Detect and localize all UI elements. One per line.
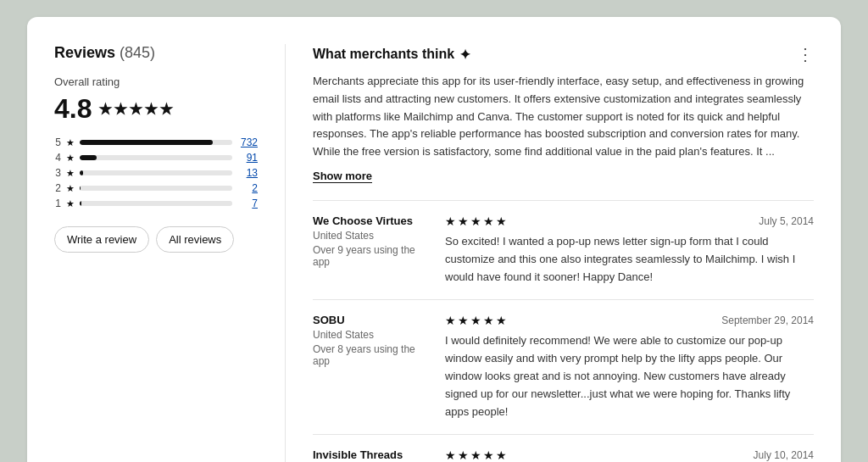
bar-fill-3 bbox=[80, 170, 83, 175]
bar-row-1: 1 ★ 7 bbox=[54, 198, 258, 209]
bar-fill-4 bbox=[80, 155, 97, 160]
star-3: ★ bbox=[129, 100, 142, 119]
reviews-title: Reviews (845) bbox=[54, 44, 258, 62]
bar-star-4: ★ bbox=[66, 153, 75, 164]
bar-count-2[interactable]: 2 bbox=[237, 182, 258, 194]
sparkle-icon: ✦ bbox=[459, 47, 470, 63]
more-options-icon[interactable]: ⋮ bbox=[797, 44, 814, 64]
review-stars-0: ★★★★★ bbox=[445, 214, 507, 228]
reviewer-name-2: Invisible Threads Clothing bbox=[313, 448, 431, 462]
bar-label-3: 3 bbox=[54, 167, 61, 179]
section-header: What merchants think ✦ ⋮ bbox=[313, 44, 814, 64]
bar-label-1: 1 bbox=[54, 198, 61, 209]
reviews-list: We Choose Virtues United States Over 9 y… bbox=[313, 200, 814, 462]
reviewer-info-1: SOBU United States Over 8 years using th… bbox=[313, 314, 431, 420]
bar-star-1: ★ bbox=[66, 198, 75, 209]
review-text-0: So excited! I wanted a pop-up news lette… bbox=[445, 233, 814, 286]
stars-big: ★ ★ ★ ★ ★ bbox=[98, 100, 173, 119]
reviewer-duration-1: Over 8 years using the app bbox=[313, 343, 431, 367]
review-star: ★ bbox=[483, 314, 494, 327]
all-reviews-button[interactable]: All reviews bbox=[156, 226, 234, 253]
reviewer-country-1: United States bbox=[313, 329, 431, 341]
overall-label: Overall rating bbox=[54, 75, 258, 88]
review-star: ★ bbox=[470, 448, 481, 462]
bar-row-3: 3 ★ 13 bbox=[54, 167, 258, 179]
star-4: ★ bbox=[144, 100, 158, 119]
review-date-1: September 29, 2014 bbox=[721, 314, 814, 326]
section-title-text: What merchants think bbox=[313, 47, 454, 62]
rating-big: 4.8 ★ ★ ★ ★ ★ bbox=[54, 93, 258, 125]
reviewer-info-0: We Choose Virtues United States Over 9 y… bbox=[313, 214, 431, 286]
bar-star-2: ★ bbox=[66, 183, 75, 194]
panel-divider bbox=[285, 44, 286, 462]
reviews-card: Reviews (845) Overall rating 4.8 ★ ★ ★ ★… bbox=[27, 17, 841, 462]
star-5: ★ bbox=[159, 100, 173, 119]
star-2: ★ bbox=[114, 100, 127, 119]
review-content-1: ★★★★★ September 29, 2014 I would definit… bbox=[445, 314, 814, 420]
review-header-2: ★★★★★ July 10, 2014 bbox=[445, 448, 814, 462]
review-text-1: I would definitely recommend! We were ab… bbox=[445, 332, 814, 420]
reviewer-name-0: We Choose Virtues bbox=[313, 214, 431, 227]
review-star: ★ bbox=[470, 214, 481, 228]
reviewer-info-2: Invisible Threads Clothing United States… bbox=[313, 448, 431, 462]
review-header-0: ★★★★★ July 5, 2014 bbox=[445, 214, 814, 228]
reviewer-name-1: SOBU bbox=[313, 314, 431, 326]
review-star: ★ bbox=[496, 314, 507, 327]
reviews-count: (845) bbox=[120, 44, 155, 61]
show-more-button[interactable]: Show more bbox=[313, 170, 372, 183]
write-review-button[interactable]: Write a review bbox=[54, 226, 149, 253]
review-star: ★ bbox=[458, 448, 469, 462]
summary-text: Merchants appreciate this app for its us… bbox=[313, 73, 814, 161]
review-star: ★ bbox=[458, 314, 469, 327]
review-date-0: July 5, 2014 bbox=[759, 215, 814, 227]
reviews-label: Reviews bbox=[54, 44, 115, 61]
review-star: ★ bbox=[483, 448, 494, 462]
bar-count-5[interactable]: 732 bbox=[237, 136, 258, 148]
bar-fill-2 bbox=[80, 186, 81, 191]
review-star: ★ bbox=[483, 214, 494, 228]
review-star: ★ bbox=[496, 448, 507, 462]
review-content-2: ★★★★★ July 10, 2014 I just added the app… bbox=[445, 448, 814, 462]
rating-bars: 5 ★ 732 4 ★ 91 3 ★ 13 2 ★ 2 bbox=[54, 136, 258, 209]
review-item-0: We Choose Virtues United States Over 9 y… bbox=[313, 200, 814, 299]
review-star: ★ bbox=[445, 214, 456, 228]
left-panel: Reviews (845) Overall rating 4.8 ★ ★ ★ ★… bbox=[54, 44, 258, 462]
bar-fill-1 bbox=[80, 201, 81, 206]
review-star: ★ bbox=[445, 314, 456, 327]
review-header-1: ★★★★★ September 29, 2014 bbox=[445, 314, 814, 327]
star-1: ★ bbox=[98, 100, 112, 119]
bar-track-5 bbox=[80, 140, 232, 145]
reviewer-duration-0: Over 9 years using the app bbox=[313, 244, 431, 268]
review-item-2: Invisible Threads Clothing United States… bbox=[313, 434, 814, 462]
bar-track-1 bbox=[80, 201, 232, 206]
bar-row-4: 4 ★ 91 bbox=[54, 152, 258, 164]
bar-count-1[interactable]: 7 bbox=[237, 198, 258, 209]
action-buttons: Write a review All reviews bbox=[54, 226, 258, 253]
bar-label-2: 2 bbox=[54, 182, 61, 194]
bar-fill-5 bbox=[80, 140, 213, 145]
bar-star-3: ★ bbox=[66, 168, 75, 179]
review-date-2: July 10, 2014 bbox=[754, 449, 814, 461]
review-star: ★ bbox=[496, 214, 507, 228]
review-item-1: SOBU United States Over 8 years using th… bbox=[313, 299, 814, 434]
bar-row-5: 5 ★ 732 bbox=[54, 136, 258, 148]
review-stars-2: ★★★★★ bbox=[445, 448, 507, 462]
bar-count-4[interactable]: 91 bbox=[237, 152, 258, 164]
bar-label-4: 4 bbox=[54, 152, 61, 164]
review-stars-1: ★★★★★ bbox=[445, 314, 507, 327]
rating-value: 4.8 bbox=[54, 93, 92, 125]
reviewer-country-0: United States bbox=[313, 230, 431, 242]
bar-row-2: 2 ★ 2 bbox=[54, 182, 258, 194]
bar-count-3[interactable]: 13 bbox=[237, 167, 258, 179]
bar-track-3 bbox=[80, 170, 232, 175]
bar-track-2 bbox=[80, 186, 232, 191]
review-star: ★ bbox=[470, 314, 481, 327]
bar-track-4 bbox=[80, 155, 232, 160]
review-content-0: ★★★★★ July 5, 2014 So excited! I wanted … bbox=[445, 214, 814, 286]
right-panel: What merchants think ✦ ⋮ Merchants appre… bbox=[313, 44, 814, 462]
review-star: ★ bbox=[458, 214, 469, 228]
review-star: ★ bbox=[445, 448, 456, 462]
bar-star-5: ★ bbox=[66, 137, 75, 148]
section-title: What merchants think ✦ bbox=[313, 47, 470, 63]
bar-label-5: 5 bbox=[54, 136, 61, 148]
